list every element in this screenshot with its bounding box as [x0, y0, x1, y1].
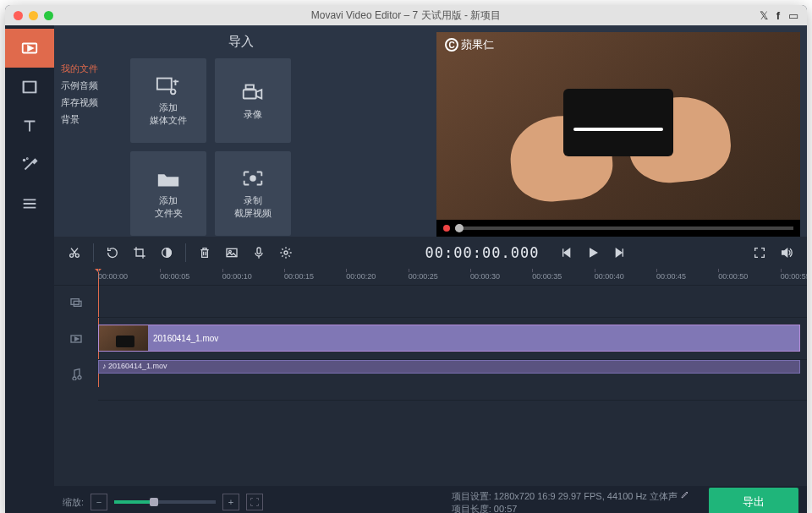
add-folder-tile[interactable]: 添加文件夹 [130, 151, 206, 236]
app-window: Movavi Video Editor – 7 天试用版 - 新项目 𝕏 f ▭ [5, 5, 807, 513]
twitter-icon[interactable]: 𝕏 [760, 9, 768, 22]
svg-point-18 [250, 176, 255, 181]
audio-clip[interactable]: ♪ 20160414_1.mov [98, 360, 800, 374]
zoom-fit-button[interactable] [246, 494, 263, 510]
import-category-list: 我的文件 示例音频 库存视频 背景 [54, 58, 130, 237]
track-icon-audio[interactable] [54, 360, 98, 387]
linked-audio-track[interactable]: ♪ 20160414_1.mov [98, 360, 807, 375]
ruler-tick: 00:00:35 [532, 272, 562, 281]
watermark: C蘋果仁 [445, 37, 494, 52]
ruler-tick: 00:00:15 [284, 272, 314, 281]
ruler-tick: 00:00:45 [656, 272, 686, 281]
import-cat-backgrounds[interactable]: 背景 [61, 111, 125, 128]
svg-marker-34 [617, 248, 623, 256]
svg-rect-37 [74, 301, 81, 306]
svg-marker-33 [590, 248, 597, 256]
audio-clip-label: ♪ 20160414_1.mov [102, 362, 167, 370]
fullscreen-button[interactable] [748, 241, 771, 265]
clip-thumbnail [99, 325, 148, 351]
footer: 缩放: − + 项目设置: 1280x720 16:9 29.97 FPS, 4… [54, 486, 807, 513]
import-cat-my-files[interactable]: 我的文件 [61, 60, 125, 77]
cut-button[interactable] [63, 241, 86, 265]
sidebar-titles-button[interactable] [5, 106, 54, 145]
toolbar: 00:00:00.000 [54, 237, 807, 269]
ruler-tick: 00:00:40 [595, 272, 624, 281]
ruler-tick: 00:00:20 [346, 272, 376, 281]
project-settings-text: 项目设置: 1280x720 16:9 29.97 FPS, 44100 Hz … [452, 491, 678, 501]
svg-rect-16 [244, 90, 256, 98]
svg-rect-17 [246, 85, 254, 89]
zoom-label: 缩放: [63, 496, 84, 509]
svg-marker-1 [28, 46, 33, 51]
ruler-tick: 00:00:25 [409, 272, 438, 281]
folder-icon [156, 167, 181, 189]
facebook-icon[interactable]: f [776, 9, 780, 22]
sidebar-effects-button[interactable] [5, 145, 54, 184]
record-indicator-icon [443, 225, 450, 232]
microphone-button[interactable] [247, 241, 271, 265]
timeline: 00:00:0000:00:0500:00:1000:00:1500:00:20… [54, 269, 807, 486]
rotate-button[interactable] [101, 241, 124, 265]
export-button[interactable]: 导出 [709, 488, 798, 513]
track-icon-overlay[interactable] [54, 286, 98, 318]
svg-rect-15 [157, 79, 172, 90]
screencast-icon [240, 167, 266, 189]
settings-button[interactable] [274, 241, 298, 265]
ruler-tick: 00:00:50 [718, 272, 748, 281]
svg-point-30 [284, 251, 288, 254]
titlebar: Movavi Video Editor – 7 天试用版 - 新项目 𝕏 f ▭ [5, 5, 807, 25]
preview-panel: C蘋果仁 [436, 32, 800, 237]
record-screen-tile[interactable]: 录制截屏视频 [215, 151, 291, 236]
sidebar-import-button[interactable] [5, 29, 54, 68]
svg-point-10 [24, 160, 25, 161]
window-title: Movavi Video Editor – 7 天试用版 - 新项目 [5, 8, 807, 23]
svg-rect-2 [24, 82, 36, 93]
ruler-tick: 00:00:00 [98, 272, 128, 281]
import-heading: 导入 [54, 34, 428, 50]
play-button[interactable] [581, 241, 605, 265]
sidebar [5, 25, 54, 513]
color-adjust-button[interactable] [155, 241, 178, 265]
ruler-tick: 00:00:55 [781, 272, 807, 281]
next-frame-button[interactable] [608, 241, 632, 265]
ruler-tick: 00:00:05 [160, 272, 189, 281]
overlay-track[interactable] [98, 286, 807, 318]
camcorder-icon [240, 81, 266, 103]
preview-scrubber[interactable] [436, 220, 800, 237]
ruler-tick: 00:00:30 [470, 272, 500, 281]
volume-button[interactable] [775, 241, 798, 265]
import-panel: 导入 我的文件 示例音频 库存视频 背景 添加媒体文件 [54, 25, 436, 237]
edit-settings-icon[interactable] [680, 489, 690, 499]
prev-frame-button[interactable] [554, 241, 578, 265]
image-button[interactable] [220, 241, 244, 265]
track-icon-video[interactable] [54, 318, 98, 360]
zoom-in-button[interactable]: + [222, 494, 239, 510]
timecode-display: 00:00:00.000 [425, 244, 540, 261]
import-cat-stock-video[interactable]: 库存视频 [61, 94, 125, 111]
svg-marker-32 [564, 248, 570, 256]
media-files-icon [156, 74, 181, 96]
youtube-icon[interactable]: ▭ [788, 9, 798, 22]
zoom-slider[interactable] [114, 500, 216, 504]
preview-viewer[interactable]: C蘋果仁 [436, 32, 800, 220]
project-duration-text: 项目长度: 00:57 [452, 503, 690, 514]
timeline-ruler[interactable]: 00:00:0000:00:0500:00:1000:00:1500:00:20… [54, 269, 807, 286]
zoom-out-button[interactable]: − [91, 494, 107, 510]
delete-button[interactable] [193, 241, 217, 265]
record-video-tile[interactable]: 录像 [215, 58, 291, 143]
svg-rect-28 [257, 248, 261, 254]
add-media-tile[interactable]: 添加媒体文件 [130, 58, 206, 143]
video-clip[interactable]: 20160414_1.mov [98, 325, 800, 352]
sidebar-more-button[interactable] [5, 184, 54, 223]
sidebar-filters-button[interactable] [5, 68, 54, 106]
import-cat-sample-audio[interactable]: 示例音频 [61, 77, 125, 94]
ruler-tick: 00:00:10 [222, 272, 252, 281]
crop-button[interactable] [128, 241, 151, 265]
video-track[interactable]: 20160414_1.mov [98, 318, 807, 360]
audio-track[interactable] [98, 375, 807, 401]
video-clip-label: 20160414_1.mov [153, 334, 218, 343]
svg-point-11 [27, 158, 28, 159]
svg-marker-39 [75, 337, 79, 341]
